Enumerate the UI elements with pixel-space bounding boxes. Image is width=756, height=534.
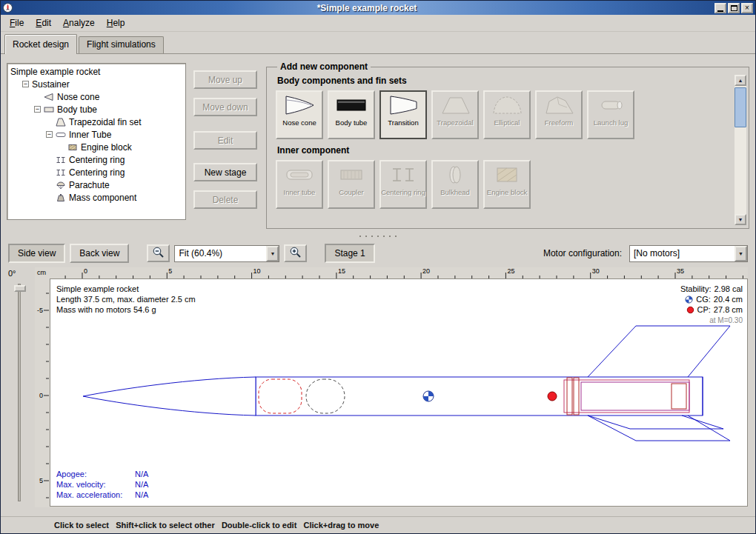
svg-text:10: 10 (253, 267, 261, 275)
zoom-combo[interactable]: Fit (60.4%) ▼ (174, 245, 279, 262)
component-button-label: Centering ring (381, 189, 425, 196)
rotation-value: 0° (8, 269, 35, 278)
tree-item-label: Sustainer (32, 79, 70, 90)
tab-bar: Rocket designFlight simulations (1, 32, 755, 54)
tree-item-mass-component[interactable]: Mass component (7, 191, 185, 204)
tab-flight-simulations[interactable]: Flight simulations (79, 36, 164, 53)
zoom-out-button[interactable] (147, 244, 170, 262)
component-button-label: Body tube (336, 119, 368, 127)
mass-icon (56, 193, 66, 202)
cg-label: CG: (696, 294, 711, 304)
add-trapezoidal-button: Trapezoidal (431, 90, 479, 139)
collapse-icon[interactable]: − (46, 131, 53, 138)
maximize-button[interactable] (728, 3, 740, 13)
menubar: FileEditAnalyzeHelp (1, 15, 755, 32)
new-stage-button[interactable]: New stage (193, 163, 257, 181)
component-button-label: Transition (388, 119, 418, 127)
flight-value: N/A (135, 479, 148, 490)
collapse-icon[interactable]: − (22, 81, 29, 87)
motor-config-label: Motor configuration: (543, 248, 622, 258)
back-view-button[interactable]: Back view (70, 244, 129, 263)
scrollbar-track[interactable] (735, 86, 746, 214)
cg-icon (685, 296, 693, 304)
statusbar: Click to select Shift+click to select ot… (1, 516, 755, 533)
group-label-body-components-and-fin-sets: Body components and fin sets (277, 76, 729, 86)
tree-item-inner-tube[interactable]: −Inner Tube (7, 128, 185, 141)
menu-edit[interactable]: Edit (30, 16, 57, 30)
window-controls: × (714, 3, 753, 13)
scrollbar-thumb[interactable] (735, 87, 746, 127)
engineblock-icon (67, 143, 78, 152)
minimize-button[interactable] (714, 3, 726, 13)
chevron-down-icon[interactable]: ▼ (735, 246, 747, 261)
collapse-icon[interactable]: − (34, 106, 41, 113)
side-view-button[interactable]: Side view (8, 244, 65, 263)
component-button-label: Launch lug (594, 119, 628, 127)
svg-text:35: 35 (677, 267, 684, 275)
component-tree[interactable]: Simple example rocket−SustainerNose cone… (7, 63, 186, 220)
tree-item-simple-example-rocket[interactable]: Simple example rocket (7, 65, 185, 78)
freeform-icon (543, 94, 575, 119)
add-engine-block-button: Engine block (483, 160, 531, 209)
component-button-label: Coupler (339, 189, 363, 196)
tab-rocket-design[interactable]: Rocket design (4, 34, 77, 54)
scroll-down-button[interactable]: ▼ (735, 214, 746, 225)
stability-label: Stability: (680, 284, 712, 294)
cp-icon (686, 306, 694, 314)
tree-item-parachute[interactable]: Parachute (7, 178, 185, 191)
bulkhead-icon (439, 164, 471, 188)
cp-value: 27.8 cm (714, 304, 743, 315)
flight-value: N/A (135, 469, 148, 479)
svg-text:5: 5 (39, 477, 43, 484)
close-button[interactable]: × (741, 3, 753, 13)
delete-button: Delete (193, 190, 257, 209)
add-transition-button[interactable]: Transition (379, 90, 427, 139)
titlebar[interactable]: *Simple example rocket × (1, 1, 755, 15)
horizontal-ruler: 05101520253035 (50, 267, 748, 278)
tree-item-sustainer[interactable]: −Sustainer (7, 78, 185, 90)
flight-value: N/A (135, 490, 148, 500)
add-body-tube-button[interactable]: Body tube (328, 90, 375, 139)
add-bulkhead-button: Bulkhead (431, 160, 479, 209)
tree-item-trapezoidal-fin-set[interactable]: Trapezoidal fin set (7, 116, 185, 128)
cp-label: CP: (697, 304, 711, 315)
app-icon (3, 3, 13, 13)
menu-file[interactable]: File (4, 16, 30, 30)
rotation-slider-thumb[interactable] (14, 285, 26, 292)
tree-item-label: Nose cone (57, 92, 99, 102)
tree-item-label: Trapezoidal fin set (69, 117, 142, 127)
rocket-canvas[interactable]: Simple example rocket Length 37.5 cm, ma… (50, 278, 748, 507)
tree-item-engine-block[interactable]: Engine block (7, 141, 185, 153)
component-groups: Body components and fin setsNose coneBod… (276, 76, 729, 209)
tree-item-centering-ring[interactable]: Centering ring (7, 153, 185, 166)
add-nose-cone-button[interactable]: Nose cone (276, 90, 323, 139)
main-window: *Simple example rocket × FileEditAnalyze… (0, 0, 756, 534)
splitter-handle[interactable] (1, 232, 755, 241)
tree-item-label: Parachute (69, 180, 110, 190)
tree-item-body-tube[interactable]: −Body tube (7, 103, 185, 116)
stability-readout: Stability: 2.98 cal CG: 20.4 cm CP: 27.8… (680, 284, 743, 326)
add-coupler-button: Coupler (328, 160, 375, 209)
stage-1-button[interactable]: Stage 1 (325, 244, 374, 263)
tree-item-label: Engine block (81, 142, 132, 153)
motor-config-combo[interactable]: [No motors] ▼ (629, 245, 748, 262)
menu-analyze[interactable]: Analyze (57, 16, 101, 30)
component-scrollbar[interactable]: ▲ ▼ (735, 75, 746, 225)
scroll-up-button[interactable]: ▲ (735, 75, 746, 86)
menu-help[interactable]: Help (101, 16, 131, 30)
tree-item-nose-cone[interactable]: Nose cone (7, 90, 185, 103)
bodytube-icon (44, 105, 54, 114)
rocket-info: Simple example rocket Length 37.5 cm, ma… (56, 284, 196, 315)
rocket-figure-area: 0° cm 05101520253035 -505 (1, 266, 755, 516)
add-centering-ring-button: Centering ring (379, 160, 427, 209)
chevron-down-icon[interactable]: ▼ (266, 246, 279, 261)
launchlug-icon (594, 94, 627, 119)
tree-item-centering-ring[interactable]: Centering ring (7, 166, 185, 178)
svg-text:0: 0 (84, 267, 87, 275)
rotation-slider[interactable] (18, 284, 21, 501)
rocket-view[interactable]: cm 05101520253035 -505 (35, 267, 748, 507)
flight-data-row: Max. velocity:N/A (56, 479, 148, 490)
body-tube-outline (256, 377, 703, 415)
zoom-in-button[interactable] (284, 244, 307, 262)
tree-item-label: Body tube (57, 104, 97, 115)
